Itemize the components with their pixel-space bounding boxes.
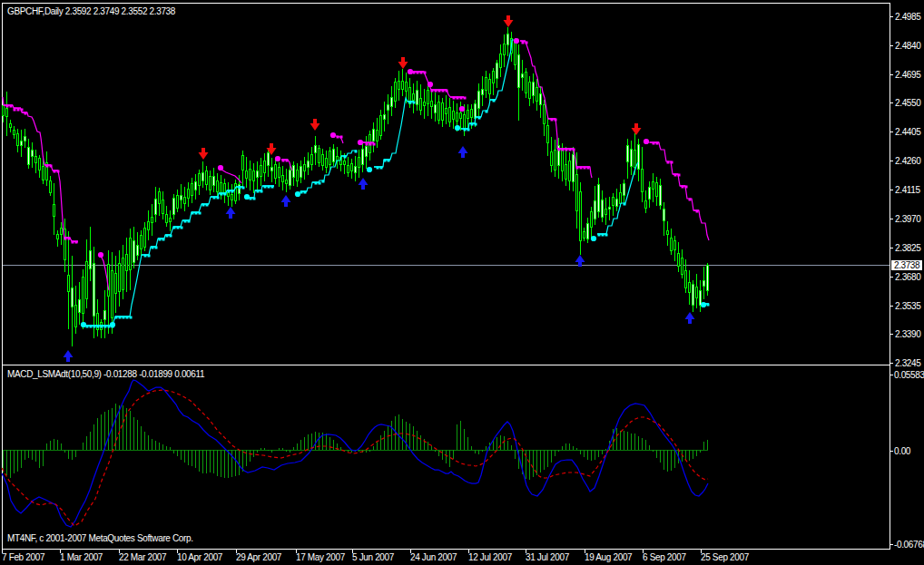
svg-text:2.3535: 2.3535: [895, 301, 921, 311]
svg-text:1 Mar 2007: 1 Mar 2007: [60, 552, 103, 562]
svg-text:10 Apr 2007: 10 Apr 2007: [177, 552, 223, 562]
svg-text:2.4115: 2.4115: [895, 185, 921, 195]
svg-text:2.3680: 2.3680: [895, 272, 921, 282]
svg-text:2.3970: 2.3970: [895, 214, 921, 224]
svg-text:2.3825: 2.3825: [895, 243, 921, 253]
svg-text:2.4405: 2.4405: [895, 127, 921, 137]
svg-text:7 Feb 2007: 7 Feb 2007: [2, 552, 45, 562]
svg-text:2.3738: 2.3738: [894, 260, 920, 270]
svg-text:31 Jul 2007: 31 Jul 2007: [526, 552, 570, 562]
svg-text:17 May 2007: 17 May 2007: [296, 552, 346, 562]
svg-text:2.4550: 2.4550: [895, 98, 921, 108]
svg-text:2.4840: 2.4840: [895, 41, 921, 51]
svg-text:6 Sep 2007: 6 Sep 2007: [643, 552, 686, 562]
svg-text:GBPCHF,Daily 2.3592 2.3749 2.: GBPCHF,Daily 2.3592 2.3749 2.3552 2.3738: [7, 6, 176, 16]
svg-text:0.05583: 0.05583: [894, 370, 924, 380]
svg-text:2.4260: 2.4260: [895, 156, 921, 166]
svg-text:2.3390: 2.3390: [895, 329, 921, 339]
svg-text:19 Aug 2007: 19 Aug 2007: [585, 552, 633, 562]
svg-text:5 Jun 2007: 5 Jun 2007: [352, 552, 395, 562]
svg-text:22 Mar 2007: 22 Mar 2007: [119, 552, 167, 562]
svg-text:MACD_LSMAdt(10,50,9) -0.01288: MACD_LSMAdt(10,50,9) -0.01288 -0.01899 0…: [7, 369, 205, 379]
svg-text:0.00: 0.00: [894, 446, 911, 456]
svg-text:2.4985: 2.4985: [895, 12, 921, 22]
svg-text:2.3245: 2.3245: [895, 358, 921, 368]
svg-text:2.4695: 2.4695: [895, 70, 921, 80]
svg-text:-0.06768: -0.06768: [894, 540, 924, 550]
svg-text:25 Sep 2007: 25 Sep 2007: [701, 552, 750, 562]
svg-text:29 Apr 2007: 29 Apr 2007: [236, 552, 282, 562]
svg-text:12 Jul 2007: 12 Jul 2007: [468, 552, 513, 562]
svg-text:24 Jun 2007: 24 Jun 2007: [410, 552, 457, 562]
svg-text:MT4NF, c 2001-2007 MetaQuotes: MT4NF, c 2001-2007 MetaQuotes Software C…: [7, 533, 193, 543]
